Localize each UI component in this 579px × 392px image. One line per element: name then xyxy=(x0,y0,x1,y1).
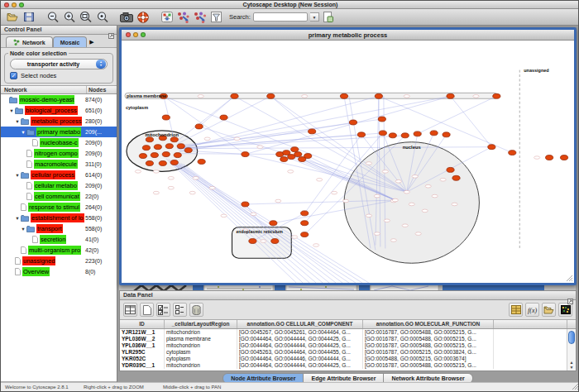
network-node[interactable] xyxy=(198,160,205,165)
network-node[interactable] xyxy=(184,148,192,153)
column-header-empty[interactable] xyxy=(494,320,567,328)
tree-item-nitrogen-compo[interactable]: nitrogen compo209(0) xyxy=(1,148,117,159)
window-resize-grip[interactable] xyxy=(572,383,579,390)
network-node[interactable] xyxy=(443,132,450,137)
network-node[interactable] xyxy=(301,221,309,226)
network-node[interactable] xyxy=(231,93,238,98)
disclosure-arrow-icon[interactable]: ▼ xyxy=(14,119,21,124)
attribute-table-header[interactable]: ID_cellularLayoutRegionannotation.GO CEL… xyxy=(120,320,576,329)
tree-item-biological-process[interactable]: ▼biological_process651(0) xyxy=(1,105,117,116)
zoom-fit-icon[interactable] xyxy=(95,11,109,24)
table-row[interactable]: YPL036W__2plasma membrane[GO:0044464, GO… xyxy=(120,336,576,342)
tree-item-cellular-metabo[interactable]: cellular metabo209(0) xyxy=(1,180,117,191)
network-node[interactable] xyxy=(170,137,178,142)
zoom-in-icon[interactable] xyxy=(62,11,76,24)
network-node[interactable] xyxy=(304,154,312,159)
tree-item-mosaic-demo-yeast[interactable]: mosaic-demo-yeast874(0) xyxy=(1,94,117,105)
network-node[interactable] xyxy=(378,117,385,122)
select-nodes-row[interactable]: ✓ Select nodes xyxy=(8,72,109,79)
zoom-selected-icon[interactable] xyxy=(79,11,93,24)
zoom-out-icon[interactable] xyxy=(45,11,60,24)
network-node[interactable] xyxy=(447,167,454,172)
network-node[interactable] xyxy=(159,161,166,166)
search-input[interactable] xyxy=(253,12,308,22)
create-network-icon[interactable] xyxy=(160,11,174,24)
network-node[interactable] xyxy=(452,175,460,180)
tree-item-primary-metabo[interactable]: ▼primary metabo209(... xyxy=(1,127,117,137)
select-nodes-checkbox[interactable]: ✓ xyxy=(10,72,17,79)
network-node[interactable] xyxy=(280,157,288,162)
network-node[interactable] xyxy=(414,131,421,136)
scrollbar-thumb[interactable] xyxy=(568,331,575,344)
network-node[interactable] xyxy=(195,124,203,129)
network-node[interactable] xyxy=(270,221,277,226)
tree-item-overview[interactable]: Overview8(0) xyxy=(1,266,117,277)
network-node[interactable] xyxy=(294,152,302,157)
tree-item-secretion[interactable]: secretion41(0) xyxy=(1,234,117,245)
network-node[interactable] xyxy=(267,93,275,98)
network-node[interactable] xyxy=(309,129,316,134)
table-row[interactable]: YKR052Ccytoplasm[GO:0044464, GO:0044446,… xyxy=(120,356,576,362)
more-tabs-arrow-icon[interactable]: ▶ xyxy=(89,39,93,45)
network-node[interactable] xyxy=(249,239,256,244)
delete-attribute-icon[interactable] xyxy=(189,303,203,317)
table-row[interactable]: YPL036W__1mitochondrion[GO:0044464, GO:0… xyxy=(120,342,576,349)
tree-item-metabolic-process[interactable]: ▼metabolic process280(0) xyxy=(1,116,117,127)
function-builder-icon[interactable]: f(x) xyxy=(525,303,539,317)
disclosure-arrow-icon[interactable]: ▼ xyxy=(14,216,21,221)
column-header-annotation.GO MOLECULAR_FUNCTION[interactable]: annotation.GO MOLECULAR_FUNCTION xyxy=(363,320,494,328)
tree-item-macromolecule[interactable]: macromolecule311(0) xyxy=(1,159,117,170)
network-node[interactable] xyxy=(142,146,150,151)
view-window-titlebar[interactable]: primary metabolic process xyxy=(122,30,574,41)
network-node[interactable] xyxy=(493,93,500,98)
column-header-ID[interactable]: ID xyxy=(120,320,165,328)
tree-item-establishment-of-lo[interactable]: ▼establishment of lo558(0) xyxy=(1,213,117,223)
new-attribute-icon[interactable] xyxy=(140,303,154,317)
color-attribute-dropdown[interactable]: transporter activity ▲▼ xyxy=(10,59,108,69)
network-node[interactable] xyxy=(177,144,184,149)
tree-item-multi-organism-pro[interactable]: multi-organism pro42(0) xyxy=(1,245,117,256)
attribute-table[interactable]: ID_cellularLayoutRegionannotation.GO CEL… xyxy=(120,319,576,370)
help-lifering-icon[interactable] xyxy=(136,11,150,24)
table-row[interactable]: YJR121W__1mitochondrion[GO:0045267, GO:0… xyxy=(120,329,576,336)
network-node[interactable] xyxy=(162,152,170,157)
network-node[interactable] xyxy=(301,211,309,216)
network-node[interactable] xyxy=(165,144,173,149)
network-node[interactable] xyxy=(154,145,161,150)
network-node[interactable] xyxy=(401,133,409,138)
tab-network[interactable]: Network xyxy=(6,36,53,47)
network-view-window[interactable]: primary metabolic process plasma membran… xyxy=(119,27,577,285)
vizmapper-icon[interactable] xyxy=(209,11,223,24)
tree-item-unassigned[interactable]: unassigned223(0) xyxy=(1,256,117,266)
network-node[interactable] xyxy=(301,232,309,237)
network-node[interactable] xyxy=(291,147,299,152)
apply-layout-2-icon[interactable] xyxy=(193,11,207,24)
table-row[interactable]: YDR039C__1mitochondrion[GO:0044464, GO:0… xyxy=(120,362,576,369)
float-data-panel-icon[interactable] xyxy=(567,293,573,308)
search-dropdown-arrow-icon[interactable]: ▼ xyxy=(310,12,319,22)
network-node[interactable] xyxy=(357,132,365,137)
snapshot-camera-icon[interactable] xyxy=(119,11,133,24)
search-options-icon[interactable] xyxy=(322,11,336,24)
disclosure-arrow-icon[interactable]: ▼ xyxy=(20,227,26,232)
attribute-batch-editor-icon[interactable] xyxy=(509,303,523,317)
network-node[interactable] xyxy=(389,133,396,138)
network-node[interactable] xyxy=(349,120,356,125)
save-icon[interactable] xyxy=(22,11,36,24)
network-node[interactable] xyxy=(560,155,567,160)
network-node[interactable] xyxy=(146,137,153,142)
import-attributes-icon[interactable] xyxy=(542,303,556,317)
network-node[interactable] xyxy=(340,93,347,98)
disclosure-arrow-icon[interactable]: ▼ xyxy=(8,108,15,113)
apply-layout-1-icon[interactable] xyxy=(176,11,190,24)
disclosure-arrow-icon[interactable]: ▼ xyxy=(20,130,26,135)
scrollbar-arrows[interactable]: ▲▼ xyxy=(567,360,576,370)
tree-item-nucleobase-c[interactable]: nucleobase-c209(0) xyxy=(1,137,117,148)
network-node[interactable] xyxy=(242,202,249,207)
tree-item-cellular-process[interactable]: ▼cellular process614(0) xyxy=(1,170,117,180)
open-folder-icon[interactable] xyxy=(5,11,19,24)
view-resize-grip[interactable] xyxy=(566,275,573,282)
network-node[interactable] xyxy=(242,152,249,157)
tab-mosaic[interactable]: Mosaic xyxy=(53,36,88,47)
column-header-_cellularLayoutRegion[interactable]: _cellularLayoutRegion xyxy=(165,320,237,328)
